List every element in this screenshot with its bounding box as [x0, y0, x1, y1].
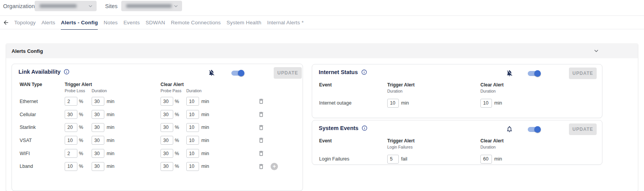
- tab-notes[interactable]: Notes: [104, 20, 117, 30]
- probe-pass-input[interactable]: [161, 162, 173, 171]
- probe-loss-input[interactable]: [65, 149, 77, 158]
- update-button[interactable]: UPDATE: [569, 68, 597, 79]
- unit-percent: %: [77, 138, 92, 143]
- delete-row-icon[interactable]: [258, 163, 264, 170]
- trigger-duration-input[interactable]: [92, 123, 104, 132]
- collapse-chevron-icon[interactable]: [593, 48, 599, 54]
- delete-row-icon[interactable]: [258, 98, 264, 105]
- sites-dropdown[interactable]: [121, 1, 182, 11]
- sites-label: Sites: [105, 3, 117, 9]
- col-header-event: Event: [319, 82, 332, 88]
- clear-duration-input[interactable]: [186, 162, 199, 171]
- col-subheader-probe-pass: Probe Pass: [161, 88, 181, 93]
- divider: [0, 15, 644, 16]
- probe-loss-input[interactable]: [65, 162, 77, 171]
- probe-loss-input[interactable]: [65, 110, 77, 119]
- organization-redacted-value: [40, 4, 77, 8]
- enable-toggle[interactable]: [528, 71, 540, 76]
- clear-duration-input[interactable]: [480, 99, 492, 108]
- internet-status-table: Event Trigger Alert Clear Alert Duration…: [319, 82, 592, 110]
- trigger-duration-input[interactable]: [92, 136, 104, 145]
- organization-dropdown[interactable]: [35, 1, 97, 11]
- probe-loss-input[interactable]: [65, 123, 77, 132]
- wan-type-label: WIFI: [20, 151, 65, 156]
- col-header-clear-alert: Clear Alert: [480, 82, 503, 88]
- unit-percent: %: [173, 99, 186, 104]
- table-row-starlink: Starlink % min % min: [20, 121, 298, 134]
- panel-title: Alerts Config: [12, 48, 43, 54]
- clear-duration-input[interactable]: [186, 97, 199, 106]
- unit-min: min: [104, 99, 161, 104]
- table-row-vsat: VSAT % min % min: [20, 134, 298, 147]
- trigger-duration-input[interactable]: [92, 97, 104, 106]
- clear-duration-input[interactable]: [186, 110, 199, 119]
- trigger-duration-input[interactable]: [92, 149, 104, 158]
- unit-percent: %: [173, 164, 186, 169]
- delete-row-icon[interactable]: [258, 137, 264, 144]
- enable-toggle[interactable]: [231, 71, 243, 76]
- app-screen: Organization Sites Topology Alerts Alert…: [0, 0, 644, 191]
- tab-internal-alerts[interactable]: Internal Alerts *: [267, 20, 304, 30]
- tab-topology[interactable]: Topology: [14, 20, 36, 30]
- unit-percent: %: [77, 164, 92, 169]
- system-events-card: System Events UPDATE Event Trigger Alert…: [312, 120, 602, 165]
- system-events-table: Event Trigger Alert Clear Alert Login Fa…: [319, 138, 592, 166]
- update-button[interactable]: UPDATE: [274, 67, 302, 79]
- unit-min: min: [199, 164, 258, 169]
- unit-percent: %: [77, 151, 92, 156]
- col-header-trigger-alert: Trigger Alert: [387, 82, 415, 88]
- info-icon[interactable]: [361, 69, 367, 75]
- probe-loss-input[interactable]: [65, 97, 77, 106]
- tab-alerts[interactable]: Alerts: [42, 20, 55, 30]
- info-icon[interactable]: [64, 69, 70, 75]
- add-row-button[interactable]: +: [271, 163, 278, 170]
- unit-min: min: [104, 151, 161, 156]
- probe-pass-input[interactable]: [161, 123, 173, 132]
- info-icon[interactable]: [361, 125, 368, 131]
- probe-loss-input[interactable]: [65, 136, 77, 145]
- unit-min: min: [399, 100, 480, 106]
- tab-events[interactable]: Events: [124, 20, 140, 30]
- unit-percent: %: [173, 112, 186, 117]
- probe-pass-input[interactable]: [161, 149, 173, 158]
- trigger-duration-input[interactable]: [92, 110, 104, 119]
- card-title: System Events: [319, 125, 358, 131]
- update-button[interactable]: UPDATE: [569, 123, 597, 135]
- table-row-wifi: WIFI % min % min: [20, 147, 298, 160]
- tab-alerts-config[interactable]: Alerts - Config: [61, 20, 98, 30]
- notifications-off-icon[interactable]: [506, 69, 513, 77]
- clear-duration-input[interactable]: [480, 155, 492, 164]
- probe-pass-input[interactable]: [161, 136, 173, 145]
- login-failures-input[interactable]: [387, 155, 399, 164]
- clear-duration-input[interactable]: [186, 136, 199, 145]
- tab-remote-connections[interactable]: Remote Connections: [171, 20, 221, 30]
- clear-duration-input[interactable]: [186, 149, 199, 158]
- back-arrow-icon[interactable]: [3, 19, 9, 26]
- clear-duration-input[interactable]: [186, 123, 199, 132]
- probe-pass-input[interactable]: [161, 110, 173, 119]
- delete-row-icon[interactable]: [258, 111, 264, 118]
- table-row-cellular: Cellular % min % min: [20, 108, 298, 121]
- col-header-event: Event: [319, 138, 332, 144]
- col-subheader-duration: Duration: [387, 89, 403, 93]
- event-label: Internet outage: [319, 100, 387, 106]
- unit-min: min: [199, 138, 258, 143]
- tab-sdwan[interactable]: SDWAN: [146, 20, 165, 30]
- delete-row-icon[interactable]: [258, 150, 264, 157]
- col-subheader-duration: Duration: [480, 89, 496, 93]
- tab-system-health[interactable]: System Health: [227, 20, 261, 30]
- delete-row-icon[interactable]: [258, 124, 264, 131]
- trigger-duration-input[interactable]: [92, 162, 104, 171]
- enable-toggle[interactable]: [528, 127, 540, 132]
- trigger-duration-input[interactable]: [387, 99, 399, 108]
- panel-header[interactable]: Alerts Config: [6, 44, 638, 58]
- unit-min: min: [492, 156, 502, 162]
- wan-type-label: VSAT: [20, 138, 65, 143]
- internet-status-card: Internet Status UPDATE Event Trigger Ale…: [312, 64, 602, 118]
- notifications-off-icon[interactable]: [208, 69, 215, 76]
- col-header-clear-alert: Clear Alert: [161, 82, 184, 87]
- notifications-bell-icon[interactable]: [506, 125, 513, 133]
- probe-pass-input[interactable]: [161, 97, 173, 106]
- unit-percent: %: [173, 151, 186, 156]
- sites-redacted-value: [126, 4, 172, 8]
